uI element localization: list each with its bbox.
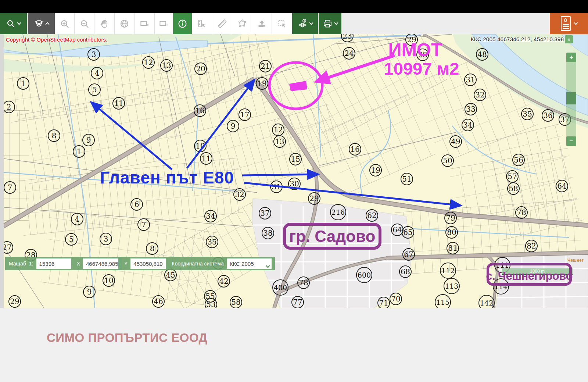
zoom-in-icon bbox=[60, 19, 69, 29]
cart-button[interactable]: 0 bbox=[550, 13, 588, 34]
zoom-in-button[interactable] bbox=[55, 13, 75, 34]
zoom-slider-handle[interactable] bbox=[566, 92, 576, 104]
company-name: СИМО ПРОПЪРТИС ЕООД bbox=[47, 331, 208, 345]
crs-select-input[interactable] bbox=[227, 258, 272, 269]
ruler-icon bbox=[217, 19, 227, 29]
crs-label: Координатна система bbox=[172, 261, 223, 267]
identify-button[interactable] bbox=[173, 13, 192, 34]
printer-icon bbox=[323, 19, 333, 29]
chevron-down-icon bbox=[574, 21, 578, 25]
globe-icon bbox=[119, 19, 129, 29]
measure-select-button[interactable] bbox=[192, 13, 212, 34]
info-icon bbox=[178, 19, 187, 29]
search-button[interactable] bbox=[0, 13, 27, 34]
y-coordinate-input[interactable] bbox=[130, 258, 166, 269]
scale-label: Мащаб bbox=[9, 261, 26, 267]
world-extent-button[interactable] bbox=[115, 13, 135, 34]
chevron-down-icon bbox=[17, 21, 21, 25]
property-label-line2: 10997 м2 bbox=[376, 58, 467, 79]
zoom-out-icon bbox=[79, 19, 89, 29]
hand-pan-icon bbox=[100, 19, 110, 29]
page-footer: СИМО ПРОПЪРТИС ЕООД bbox=[0, 308, 588, 382]
osm-copyright: Copyright © OpenStreetMap contributors. bbox=[6, 36, 107, 43]
upload-button[interactable] bbox=[252, 13, 272, 34]
map-viewport[interactable]: 3121320211941521123292428483132333435363… bbox=[0, 34, 588, 308]
y-label: Y bbox=[124, 261, 128, 267]
chevron-down-icon bbox=[309, 21, 313, 25]
select-features-button[interactable] bbox=[272, 13, 292, 34]
cart-document-icon: 0 bbox=[561, 16, 571, 31]
osm-town-label: Чешнег bbox=[567, 258, 584, 263]
ruler-cursor-icon bbox=[197, 19, 207, 29]
town-cheshnegirovo-label: с. Чешнегирово bbox=[486, 269, 573, 283]
scale-ratio-label: 1: bbox=[29, 261, 33, 267]
town-sadovo-label: гр. Садово bbox=[289, 227, 376, 246]
upload-icon bbox=[257, 19, 267, 29]
measure-distance-button[interactable] bbox=[212, 13, 232, 34]
town-box-cheshnegirovo: с. Чешнегирово bbox=[487, 263, 572, 286]
search-icon bbox=[6, 19, 15, 28]
highlighted-parcel bbox=[289, 81, 307, 91]
crs-select[interactable] bbox=[227, 258, 272, 269]
pan-button[interactable] bbox=[94, 13, 115, 34]
close-icon[interactable]: × bbox=[565, 35, 573, 43]
chevron-down-icon bbox=[334, 21, 338, 25]
top-black-bar bbox=[0, 0, 588, 13]
chevron-up-icon bbox=[45, 22, 49, 26]
zoom-box-in-button[interactable] bbox=[135, 13, 155, 34]
map-toolbar: 0 bbox=[0, 13, 588, 34]
x-coordinate-input[interactable] bbox=[83, 258, 118, 269]
rectangle-plus-icon bbox=[140, 19, 150, 29]
cart-badge: 0 bbox=[564, 17, 567, 23]
application-window: 0 bbox=[0, 0, 588, 382]
print-button[interactable] bbox=[319, 13, 341, 34]
measure-area-button[interactable] bbox=[232, 13, 252, 34]
select-rectangle-icon bbox=[277, 19, 287, 29]
road-e80-label: Главен път Е80 bbox=[100, 168, 234, 188]
zoom-out-button[interactable] bbox=[75, 13, 94, 34]
zoom-out-map-button[interactable]: − bbox=[566, 136, 576, 146]
layers-button[interactable] bbox=[28, 13, 55, 34]
x-label: X bbox=[77, 261, 80, 267]
map-edge-strip bbox=[0, 34, 4, 308]
grid-info-icon bbox=[297, 18, 308, 29]
scale-input[interactable] bbox=[36, 258, 71, 269]
rectangle-minus-icon bbox=[159, 19, 169, 29]
layers-icon bbox=[34, 19, 44, 28]
coordinate-readout: ККС 2005 4667346.212, 454210.398 bbox=[471, 36, 564, 43]
polygon-area-icon bbox=[237, 19, 247, 29]
zoom-box-out-button[interactable] bbox=[155, 13, 173, 34]
property-label-line1: ИМОТ bbox=[382, 39, 448, 61]
layer-info-button[interactable] bbox=[292, 13, 318, 34]
status-bar: Мащаб 1: X Y Координатна система bbox=[5, 257, 275, 270]
town-box-sadovo: гр. Садово bbox=[283, 223, 381, 250]
zoom-in-map-button[interactable]: + bbox=[566, 53, 576, 62]
